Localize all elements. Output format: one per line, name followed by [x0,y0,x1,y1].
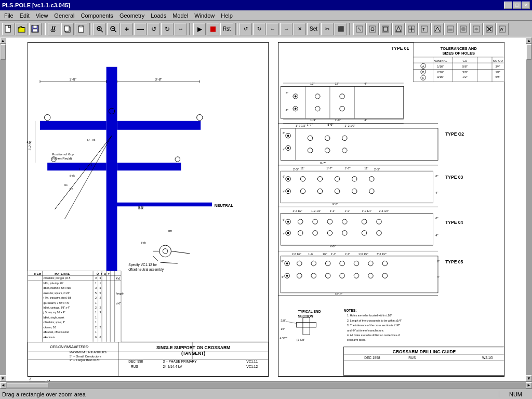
svg-text:1'-2 1/2": 1'-2 1/2" [296,124,307,127]
tb-icon9[interactable] [457,23,470,35]
tb-b2[interactable]: ↻ [253,23,265,35]
menu-components[interactable]: Components [78,11,116,20]
svg-text:ITEM: ITEM [34,272,42,275]
svg-rect-112 [28,271,121,342]
tb-copy[interactable] [61,23,74,35]
tb-icon11[interactable] [483,23,496,35]
menu-file[interactable]: File [1,11,17,20]
svg-text:6": 6" [286,91,288,95]
tb-icon1[interactable] [353,23,366,35]
menu-edit[interactable]: Edit [17,11,33,20]
tb-icon3[interactable] [379,23,392,35]
restore-button[interactable]: □ [513,2,521,9]
tb-zoom-out[interactable] [107,23,119,35]
tb-icon4[interactable] [392,23,405,35]
menu-view[interactable]: View [33,11,51,20]
svg-point-265 [287,190,289,192]
right-scrollbar[interactable]: ▲ ▼ [526,37,532,381]
tb-icon6[interactable]: T [418,23,431,35]
tb-b5[interactable]: ✕ [294,23,306,35]
svg-text:DEC '998: DEC '998 [128,360,143,363]
tb-rst[interactable]: Rst [220,23,233,35]
tb-stop[interactable] [207,23,219,35]
tb-zoom-in[interactable] [94,23,106,35]
tb-rotate-cw[interactable]: ↻ [161,23,174,35]
menu-bar: File Edit View General Components Geomet… [0,10,532,21]
tb-icon8[interactable] [444,23,457,35]
minimize-button[interactable]: _ [504,2,512,9]
tb-rotate-ccw[interactable]: ↺ [148,23,160,35]
svg-text:6'-7": 6'-7" [320,162,326,165]
horizontal-scrollbar[interactable]: ◄ ► [0,381,532,389]
scroll-right-up-btn[interactable]: ▲ [526,37,532,44]
scroll-right-down-btn[interactable]: ▼ [526,375,532,381]
svg-text:1'-3": 1'-3" [310,118,316,122]
tb-play[interactable]: ▶ [193,23,206,35]
svg-text:4": 4" [283,232,285,235]
svg-text:Bolt, single, upset: Bolt, single, upset [45,316,64,319]
tb-new[interactable] [2,23,15,35]
svg-rect-214 [281,87,403,118]
close-button[interactable]: × [522,2,530,9]
svg-text:Q: Q [104,272,107,275]
scroll-thumb-right[interactable] [526,44,531,60]
svg-text:6: 6 [95,336,97,339]
scroll-left-btn[interactable]: ◄ [0,382,6,389]
tb-icon12[interactable]: W [496,23,509,35]
tb-cut[interactable] [48,23,60,35]
svg-point-218 [295,108,297,110]
scroll-thumb-v[interactable] [1,44,6,60]
svg-rect-70 [47,163,106,170]
svg-text:VC1.11: VC1.11 [246,360,258,363]
tb-set[interactable]: Set [307,23,320,35]
tb-b7[interactable]: ⬛ [335,23,347,35]
tb-pan-minus[interactable]: — [134,23,147,35]
tb-pan-plus[interactable]: + [121,23,133,35]
window-controls[interactable]: _ □ × [504,2,530,9]
scroll-up-btn[interactable]: ▲ [0,37,6,44]
tb-open[interactable] [16,23,28,35]
scroll-right-btn[interactable]: ► [526,382,532,389]
svg-rect-261 [281,171,433,203]
svg-text:1'-0": 1'-0" [335,118,340,122]
tb-fit[interactable]: ↔ [175,23,187,35]
status-message: Drag a rectangle over zoom area [2,391,499,397]
scroll-track-v[interactable] [0,44,6,375]
tb-icon10[interactable] [470,23,483,35]
svg-point-216 [295,96,297,98]
tb-icon7[interactable] [431,23,444,35]
tb-b6[interactable]: ✂ [321,23,334,35]
vertical-scrollbar[interactable]: ▲ ▼ [0,37,6,381]
svg-text:6": 6" [435,217,438,220]
tb-b4[interactable]: → [280,23,292,35]
svg-text:C: C [422,76,424,79]
menu-help[interactable]: Help [218,11,236,20]
scroll-down-btn[interactable]: ▼ [0,375,6,381]
menu-window[interactable]: Window [191,11,218,20]
tb-icon2[interactable] [366,23,379,35]
drawing-canvas[interactable]: DESIGN PARAMETERS: MAXIMUM LINE ANGLES: … [6,37,526,381]
svg-text:Specify VC1.12 for: Specify VC1.12 for [128,263,157,267]
svg-text:2'-5": 2'-5" [374,168,380,171]
menu-loads[interactable]: Loads [148,11,169,20]
svg-text:1: 1 [95,321,97,324]
tb-icon5[interactable] [405,23,418,35]
svg-rect-12 [64,26,69,31]
svg-text:VC1.12: VC1.12 [246,365,258,368]
tb-b1[interactable]: ↺ [240,23,252,35]
menu-general[interactable]: General [51,11,77,20]
menu-geometry[interactable]: Geometry [116,11,148,20]
tb-sep3 [189,23,191,35]
tb-paste[interactable] [75,23,87,35]
svg-rect-22 [210,26,216,32]
scroll-track-right[interactable] [526,44,532,375]
svg-text:12": 12" [310,82,314,85]
svg-text:2'-1 1/2": 2'-1 1/2" [379,209,389,212]
svg-text:j: j [91,163,92,166]
scroll-thumb-h[interactable] [7,383,48,388]
tb-b3[interactable]: ← [267,23,279,35]
tb-save[interactable] [29,23,42,35]
svg-text:RUS: RUS [131,365,139,368]
scroll-track-h[interactable] [6,382,526,389]
menu-model[interactable]: Model [169,11,191,20]
